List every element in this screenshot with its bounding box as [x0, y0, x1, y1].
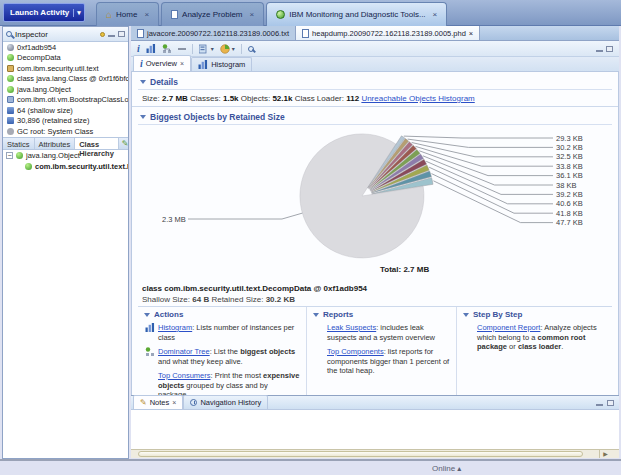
tab-analyze-problem[interactable]: Analyze Problem × — [161, 2, 264, 26]
report-dropdown-icon[interactable]: ▾ — [220, 44, 235, 54]
step-by-step-section: Step By Step Component Report: Analyze o… — [456, 307, 612, 395]
dominator-tree-icon — [145, 347, 155, 360]
minimize-icon[interactable] — [596, 50, 603, 52]
online-status[interactable]: Online ▴ — [432, 464, 461, 473]
class-icon — [7, 86, 14, 93]
overview-info-icon[interactable]: i — [137, 43, 140, 54]
tab-overview[interactable]: i Overview × — [133, 55, 191, 71]
maximize-icon[interactable] — [606, 46, 613, 52]
tab-navigation-history[interactable]: Navigation History — [183, 395, 268, 409]
maximize-icon[interactable] — [607, 400, 614, 406]
pencil-icon: ✎ — [140, 398, 147, 407]
inspector-item[interactable]: java.lang.Object — [3, 84, 128, 95]
notes-editor[interactable] — [131, 410, 619, 449]
minimize-icon[interactable] — [596, 404, 603, 406]
close-icon[interactable]: × — [433, 10, 438, 19]
close-icon[interactable]: × — [172, 399, 176, 406]
close-icon[interactable]: × — [469, 29, 473, 38]
tab-attributes[interactable]: Attributes — [35, 138, 76, 149]
section-collapse-icon — [463, 313, 469, 317]
close-icon[interactable]: × — [180, 60, 184, 67]
history-icon — [190, 399, 197, 406]
inspector-item[interactable]: com.ibm.security.util.text — [3, 63, 128, 74]
tab-ibm-tools-label: IBM Monitoring and Diagnostic Tools... — [289, 10, 425, 19]
svg-text:38 KB: 38 KB — [556, 181, 576, 190]
close-icon[interactable]: × — [144, 10, 149, 19]
dominator-tree-link[interactable]: Dominator Tree — [158, 347, 210, 356]
inspector-item[interactable]: class java.lang.Class @ 0xf1f6bfc8 — [3, 74, 128, 85]
selected-class-line: class com.ibm.security.util.text.DecompD… — [142, 284, 618, 293]
svg-text:47.7 KB: 47.7 KB — [556, 218, 583, 227]
horizontal-scrollbar[interactable]: ▶ — [131, 449, 619, 458]
tab-javacore-file[interactable]: javacore.20090722.162118.23189.0006.txt — [131, 26, 296, 40]
retained-size-pie-chart[interactable]: 29.3 KB30.2 KB32.5 KB33.8 KB36.1 KB38 KB… — [132, 126, 612, 284]
size-icon — [7, 117, 14, 124]
tab-home[interactable]: ⌂ Home × — [96, 2, 159, 26]
minimize-icon[interactable] — [108, 35, 115, 37]
top-consumers-link[interactable]: Top Consumers — [158, 371, 211, 380]
search-icon[interactable] — [248, 46, 254, 52]
section-collapse-icon — [140, 115, 146, 119]
unreachable-objects-link[interactable]: Unreachable Objects Histogram — [361, 94, 474, 103]
tab-histogram[interactable]: Histogram — [191, 57, 252, 71]
inspector-item[interactable]: DecompData — [3, 53, 128, 64]
grouping-dropdown-icon[interactable]: ▾ — [199, 44, 214, 54]
document-icon — [171, 10, 178, 19]
details-section-header[interactable]: Details — [138, 76, 612, 90]
inspector-tab-row: Statics Attributes Class Hierarchy ✎ — [3, 137, 128, 150]
class-icon — [7, 75, 14, 82]
inspector-item[interactable]: 64 (shallow size) — [3, 105, 128, 116]
tab-notes[interactable]: ✎ Notes × — [133, 395, 183, 409]
class-icon — [25, 163, 32, 170]
status-bar: Online ▴ — [0, 459, 621, 475]
dominator-tree-icon[interactable] — [162, 44, 172, 54]
tab-class-hierarchy[interactable]: Class Hierarchy — [75, 138, 119, 149]
editor-area: javacore.20090722.162118.23189.0006.txt … — [131, 26, 619, 458]
tree-collapse-icon[interactable]: − — [6, 152, 13, 159]
package-icon — [7, 65, 14, 72]
component-report-link[interactable]: Component Report — [477, 323, 540, 332]
section-collapse-icon — [144, 313, 150, 317]
view-tab-row: i Overview × Histogram — [131, 57, 619, 72]
tab-heapdump-file[interactable]: heapdump.20090722.162118.23189.0005.phd … — [296, 26, 480, 40]
scrollbar-thumb[interactable] — [138, 451, 583, 457]
close-icon[interactable]: × — [250, 10, 255, 19]
inspector-item[interactable]: 30,896 (retained size) — [3, 116, 128, 127]
leak-suspects-link[interactable]: Leak Suspects — [327, 323, 376, 332]
file-icon — [137, 29, 144, 38]
pin-icon[interactable] — [100, 32, 105, 37]
inspector-item[interactable]: 0xf1adb954 — [3, 42, 128, 53]
file-icon — [302, 29, 309, 38]
svg-text:39.2 KB: 39.2 KB — [556, 190, 583, 199]
overview-content: Details Size: 2.7 MB Classes: 1.5k Objec… — [131, 72, 619, 395]
hierarchy-child-row[interactable]: com.ibm.security.util.text.Decomp — [3, 161, 128, 172]
gc-root-icon — [7, 128, 14, 135]
notes-panel: ✎ Notes × Navigation History ▶ — [131, 395, 619, 458]
chevron-down-icon: ▾ — [73, 9, 81, 17]
home-icon: ⌂ — [106, 11, 112, 19]
section-collapse-icon — [313, 313, 319, 317]
top-components-link[interactable]: Top Components — [327, 347, 384, 356]
inspector-item[interactable]: GC root: System Class — [3, 126, 128, 137]
maximize-icon[interactable] — [118, 31, 125, 37]
bottom-sections: Actions Histogram: Lists number of insta… — [138, 306, 612, 395]
histogram-icon[interactable] — [146, 44, 156, 53]
class-icon — [7, 54, 14, 61]
editor-toolbar: i ▾ ▾ — [131, 41, 619, 57]
launch-activity-button[interactable]: Launch Activity ▾ — [3, 3, 85, 22]
caret-up-icon: ▴ — [457, 464, 461, 473]
svg-text:30.2 KB: 30.2 KB — [556, 143, 583, 152]
histogram-icon — [145, 323, 155, 335]
size-icon — [7, 107, 14, 114]
toolbar-separator — [241, 44, 242, 54]
scrollbar-right-arrow[interactable]: ▶ — [599, 450, 611, 458]
pencil-icon[interactable]: ✎ — [119, 138, 132, 149]
collapse-icon[interactable] — [178, 48, 186, 50]
tab-statics[interactable]: Statics — [3, 138, 35, 149]
section-collapse-icon — [140, 80, 146, 84]
histogram-link[interactable]: Histogram — [158, 323, 192, 332]
tab-ibm-tools[interactable]: IBM Monitoring and Diagnostic Tools... × — [266, 2, 447, 26]
inspector-item[interactable]: com.ibm.oti.vm.BootstrapClassLoader @ 0x… — [3, 95, 128, 106]
biggest-objects-section-header[interactable]: Biggest Objects by Retained Size — [138, 111, 612, 125]
toolbar-separator — [192, 44, 193, 54]
